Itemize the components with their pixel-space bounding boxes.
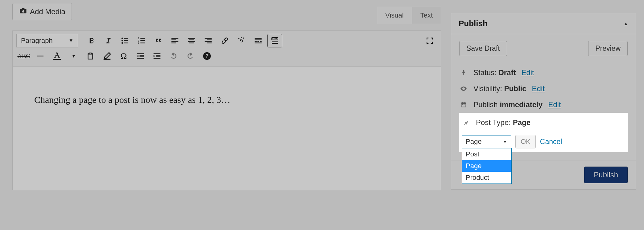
format-select[interactable]: Paragraph ▼ bbox=[16, 34, 78, 47]
svg-rect-7 bbox=[140, 38, 145, 39]
strikethrough-button[interactable]: ABC bbox=[16, 49, 31, 63]
redo-button[interactable] bbox=[183, 49, 198, 63]
undo-button[interactable] bbox=[166, 49, 181, 63]
svg-text:?: ? bbox=[205, 53, 209, 59]
align-left-button[interactable] bbox=[167, 34, 182, 47]
publish-button[interactable]: Publish bbox=[584, 167, 628, 183]
caret-down-icon: ▼ bbox=[503, 139, 507, 144]
svg-rect-17 bbox=[189, 39, 194, 40]
link-button[interactable] bbox=[217, 34, 232, 47]
svg-rect-31 bbox=[273, 38, 274, 39]
tab-text[interactable]: Text bbox=[412, 7, 441, 24]
svg-rect-24 bbox=[255, 38, 262, 39]
collapse-icon: ▲ bbox=[623, 21, 628, 26]
svg-rect-37 bbox=[37, 56, 43, 57]
svg-rect-1 bbox=[124, 38, 128, 39]
blockquote-button[interactable] bbox=[151, 34, 166, 47]
outdent-button[interactable] bbox=[133, 49, 148, 63]
svg-rect-39 bbox=[137, 53, 144, 54]
svg-rect-3 bbox=[124, 40, 128, 41]
publish-header[interactable]: Publish ▲ bbox=[451, 13, 636, 34]
publish-title: Publish bbox=[459, 19, 488, 28]
post-type-option-product[interactable]: Product bbox=[462, 172, 511, 184]
svg-rect-11 bbox=[140, 42, 145, 43]
svg-rect-16 bbox=[188, 38, 195, 39]
post-type-select[interactable]: Page ▼ Post Page Product bbox=[462, 135, 511, 148]
svg-rect-43 bbox=[154, 53, 161, 54]
post-type-cancel-link[interactable]: Cancel bbox=[540, 138, 562, 146]
italic-button[interactable] bbox=[101, 34, 116, 47]
visibility-edit-link[interactable]: Edit bbox=[532, 84, 545, 93]
unlink-button[interactable] bbox=[234, 34, 249, 47]
indent-button[interactable] bbox=[150, 49, 164, 63]
svg-rect-13 bbox=[171, 39, 176, 40]
svg-rect-35 bbox=[272, 42, 278, 42]
svg-point-4 bbox=[122, 42, 123, 44]
svg-rect-40 bbox=[140, 55, 144, 56]
clear-formatting-button[interactable] bbox=[100, 49, 114, 63]
svg-rect-42 bbox=[137, 58, 144, 59]
svg-rect-45 bbox=[156, 56, 161, 57]
schedule-edit-link[interactable]: Edit bbox=[548, 100, 561, 109]
svg-rect-22 bbox=[205, 41, 212, 42]
special-character-button[interactable]: Ω bbox=[116, 49, 131, 63]
svg-point-0 bbox=[122, 38, 123, 39]
camera-music-icon bbox=[19, 6, 27, 17]
svg-rect-9 bbox=[140, 40, 145, 41]
post-type-option-post[interactable]: Post bbox=[462, 148, 511, 160]
numbered-list-button[interactable]: 123 bbox=[134, 34, 149, 47]
paste-text-button[interactable]: T bbox=[83, 49, 98, 63]
post-type-dropdown: Post Page Product bbox=[462, 148, 512, 184]
svg-rect-34 bbox=[276, 38, 277, 39]
status-edit-link[interactable]: Edit bbox=[521, 68, 534, 77]
svg-rect-32 bbox=[274, 38, 275, 39]
editor-tabs: Visual Text bbox=[12, 7, 441, 24]
svg-rect-33 bbox=[275, 38, 276, 39]
add-media-label: Add Media bbox=[30, 7, 65, 16]
editor-box: Paragraph ▼ 123 ABC A bbox=[12, 30, 441, 190]
text-color-menu-button[interactable]: ▼ bbox=[66, 49, 81, 63]
svg-text:T: T bbox=[89, 55, 91, 59]
svg-point-2 bbox=[122, 40, 123, 42]
calendar-icon bbox=[459, 101, 468, 108]
tab-visual[interactable]: Visual bbox=[377, 7, 412, 24]
svg-rect-36 bbox=[272, 43, 278, 44]
bullet-list-button[interactable] bbox=[118, 34, 132, 47]
caret-down-icon: ▼ bbox=[68, 38, 73, 43]
svg-rect-18 bbox=[188, 41, 195, 42]
schedule-row: Publish immediately Edit bbox=[459, 97, 628, 113]
save-draft-button[interactable]: Save Draft bbox=[459, 41, 507, 56]
pushpin-icon bbox=[462, 119, 470, 126]
svg-rect-12 bbox=[171, 38, 179, 39]
svg-rect-25 bbox=[255, 39, 262, 40]
align-right-button[interactable] bbox=[201, 34, 216, 47]
horizontal-rule-button[interactable] bbox=[33, 49, 48, 63]
align-center-button[interactable] bbox=[184, 34, 199, 47]
svg-rect-29 bbox=[255, 42, 262, 43]
editor-column: Add Media Visual Text Paragraph ▼ 123 bbox=[12, 3, 441, 190]
bold-button[interactable] bbox=[84, 34, 99, 47]
eye-icon bbox=[459, 85, 468, 92]
svg-rect-41 bbox=[140, 56, 144, 57]
text-color-button[interactable]: A bbox=[50, 49, 64, 63]
read-more-button[interactable] bbox=[251, 34, 266, 47]
svg-rect-5 bbox=[124, 42, 128, 43]
help-button[interactable]: ? bbox=[200, 49, 214, 63]
svg-rect-44 bbox=[156, 55, 161, 56]
editor-content[interactable]: Changing a page to a post is now as easy… bbox=[13, 67, 441, 190]
pin-icon bbox=[459, 69, 468, 76]
preview-button[interactable]: Preview bbox=[588, 41, 628, 56]
toolbar: Paragraph ▼ 123 ABC A bbox=[13, 31, 441, 67]
post-type-option-page[interactable]: Page bbox=[462, 160, 511, 172]
post-type-ok-button[interactable]: OK bbox=[515, 135, 536, 148]
svg-rect-14 bbox=[171, 41, 179, 42]
svg-rect-27 bbox=[258, 41, 259, 42]
svg-text:3: 3 bbox=[138, 41, 139, 44]
svg-rect-23 bbox=[207, 42, 212, 43]
svg-rect-15 bbox=[171, 42, 176, 43]
svg-rect-20 bbox=[205, 38, 212, 39]
status-row: Status: Draft Edit bbox=[459, 65, 628, 81]
add-media-button[interactable]: Add Media bbox=[12, 3, 72, 20]
toolbar-toggle-button[interactable] bbox=[267, 34, 282, 47]
fullscreen-button[interactable] bbox=[422, 34, 437, 47]
